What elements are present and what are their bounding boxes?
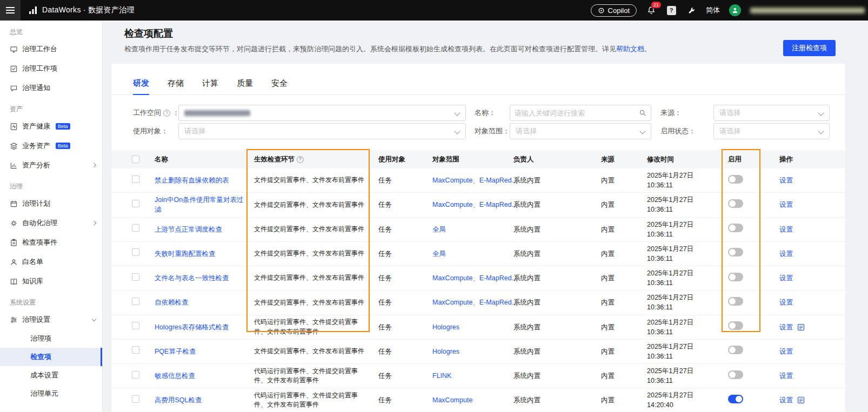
owner-cell: 系统内置 [508, 393, 596, 407]
settings-link[interactable]: 设置 [779, 395, 793, 405]
sidebar-item-plans[interactable]: 治理计划 [0, 194, 102, 213]
sidebar-item-automation[interactable]: 自动化治理 [0, 213, 102, 233]
tab-storage[interactable]: 存储 [168, 72, 184, 94]
scope-link[interactable]: 全局 [432, 250, 446, 258]
register-check-item-button[interactable]: 注册检查项 [783, 40, 836, 56]
settings-link[interactable]: 设置 [779, 249, 793, 259]
sidebar-item-governance-items[interactable]: 治理项 [0, 329, 102, 348]
check-item-link[interactable]: PQE算子检查 [155, 348, 196, 355]
scope-select-value: 请选择 [516, 126, 537, 136]
enable-toggle[interactable] [728, 370, 743, 379]
menu-toggle-icon[interactable] [0, 0, 21, 21]
source-select[interactable]: 请选择 [713, 105, 830, 121]
enable-toggle[interactable] [728, 395, 743, 403]
tab-quality[interactable]: 质量 [237, 72, 253, 94]
owner-cell: 系统内置 [508, 271, 596, 285]
row-checkbox[interactable] [132, 395, 139, 403]
row-checkbox[interactable] [132, 248, 139, 256]
help-button[interactable]: ? [666, 5, 677, 16]
scope-select[interactable]: 请选择 [510, 123, 651, 139]
enable-toggle[interactable] [728, 297, 743, 306]
sidebar-item-overview[interactable]: 总览 [0, 21, 102, 39]
scope-link[interactable]: MaxCompute、E-MapRed... [432, 177, 517, 184]
scope-link[interactable]: Hologres [432, 323, 459, 331]
table-row: 失败时重跑配置检查 文件提交前置事件、文件发布前置事件 任务 全局 系统内置 内… [111, 242, 845, 266]
enable-toggle[interactable] [728, 346, 743, 354]
enable-toggle[interactable] [728, 224, 743, 232]
settings-link[interactable]: 设置 [779, 347, 793, 356]
notifications-button[interactable]: 21 [646, 5, 657, 16]
settings-link[interactable]: 设置 [779, 200, 793, 210]
avatar[interactable] [729, 4, 741, 16]
tab-compute[interactable]: 计算 [202, 72, 218, 94]
checklist-icon [10, 65, 18, 73]
scope-link[interactable]: MaxCompute、E-MapRed... [432, 299, 517, 306]
enable-toggle[interactable] [728, 199, 743, 208]
row-checkbox[interactable] [132, 371, 139, 379]
select-all-checkbox[interactable] [132, 156, 139, 163]
sidebar-item-check-events[interactable]: 检查项事件 [0, 233, 102, 252]
sidebar-item-cost-settings[interactable]: 成本设置 [0, 366, 102, 384]
modified-cell: 2025年1月27日10:36:11 [642, 193, 723, 217]
enable-toggle[interactable] [728, 248, 743, 256]
sidebar-item-governance-units[interactable]: 治理单元 [0, 384, 102, 403]
status-select[interactable]: 请选择 [713, 123, 830, 139]
row-checkbox[interactable] [132, 273, 139, 281]
row-checkbox[interactable] [132, 322, 139, 329]
settings-link[interactable]: 设置 [779, 371, 793, 381]
name-search-input[interactable] [510, 109, 639, 117]
settings-link[interactable]: 设置 [779, 175, 793, 185]
workspace-select[interactable] [178, 105, 466, 121]
row-checkbox[interactable] [132, 175, 139, 183]
check-item-link[interactable]: 文件名与表名一致性检查 [155, 274, 229, 282]
check-item-link[interactable]: 敏感信息检查 [155, 372, 195, 380]
tab-security[interactable]: 安全 [271, 72, 288, 94]
scope-link[interactable]: Hologres [432, 348, 459, 355]
row-checkbox[interactable] [132, 224, 139, 232]
help-doc-link[interactable]: 帮助文档 [616, 45, 644, 53]
scope-link[interactable]: 全局 [432, 226, 446, 233]
tools-button[interactable] [686, 5, 697, 16]
sidebar-item-governance-settings[interactable]: 治理设置 [0, 310, 102, 329]
check-item-link[interactable]: Hologres表存储格式检查 [155, 323, 229, 331]
scope-link[interactable]: FLINK [432, 372, 451, 380]
scope-link[interactable]: MaxCompute [432, 396, 472, 404]
report-icon[interactable] [797, 396, 805, 404]
settings-link[interactable]: 设置 [779, 298, 793, 307]
check-item-link[interactable]: 上游节点正常调度检查 [155, 226, 222, 233]
check-item-link[interactable]: 自依赖检查 [155, 299, 189, 306]
dataworks-logo-icon [28, 5, 38, 15]
sidebar-item-asset-analysis[interactable]: 资产分析 [0, 156, 102, 175]
tab-dev[interactable]: 研发 [133, 72, 149, 94]
row-checkbox[interactable] [132, 200, 139, 207]
sidebar-item-asset-health[interactable]: 资产健康 Beta [0, 117, 102, 136]
enable-toggle[interactable] [728, 321, 743, 330]
stage-cell: 文件提交前置事件、文件发布前置事件 [249, 198, 373, 212]
target-select[interactable]: 请选择 [178, 123, 466, 139]
sidebar-item-knowledge[interactable]: 知识库 [0, 272, 102, 291]
sidebar-item-check-items[interactable]: 检查项 [0, 348, 102, 366]
report-icon[interactable] [797, 323, 805, 331]
enable-toggle[interactable] [728, 175, 743, 184]
row-checkbox[interactable] [132, 298, 139, 305]
enable-toggle[interactable] [728, 273, 743, 281]
check-items-table: 名称 生效检查环节? 使用对象 对象范围 负责人 来源 修改时间 启用 操作 禁… [111, 150, 845, 412]
settings-link[interactable]: 设置 [779, 273, 793, 283]
check-item-link[interactable]: 禁止删除有血缘依赖的表 [155, 177, 229, 184]
scope-link[interactable]: MaxCompute、E-MapRed... [432, 201, 517, 208]
settings-link[interactable]: 设置 [779, 322, 793, 332]
sidebar-item-whitelist[interactable]: 白名单 [0, 252, 102, 272]
sidebar-item-workbench[interactable]: 治理工作台 [0, 39, 102, 59]
copilot-button[interactable]: Copilot [591, 4, 637, 17]
language-switch[interactable]: 简体 [706, 5, 720, 15]
sidebar-item-workitems[interactable]: 治理工作项 [0, 59, 102, 78]
sidebar-item-business-assets[interactable]: 业务资产 Beta [0, 136, 102, 156]
check-item-link[interactable]: 失败时重跑配置检查 [155, 250, 216, 258]
scope-link[interactable]: MaxCompute、E-MapRed... [432, 274, 517, 282]
check-item-link[interactable]: 高费用SQL检查 [155, 396, 202, 404]
table-row: 敏感信息检查 代码运行前置事件、文件提交前置事件、文件发布前置事件 任务 FLI… [111, 364, 845, 388]
check-item-link[interactable]: Join中On条件使用常量对表过滤 [155, 196, 244, 213]
row-checkbox[interactable] [132, 346, 139, 354]
sidebar-item-notifications[interactable]: 治理通知 [0, 78, 102, 98]
settings-link[interactable]: 设置 [779, 225, 793, 234]
